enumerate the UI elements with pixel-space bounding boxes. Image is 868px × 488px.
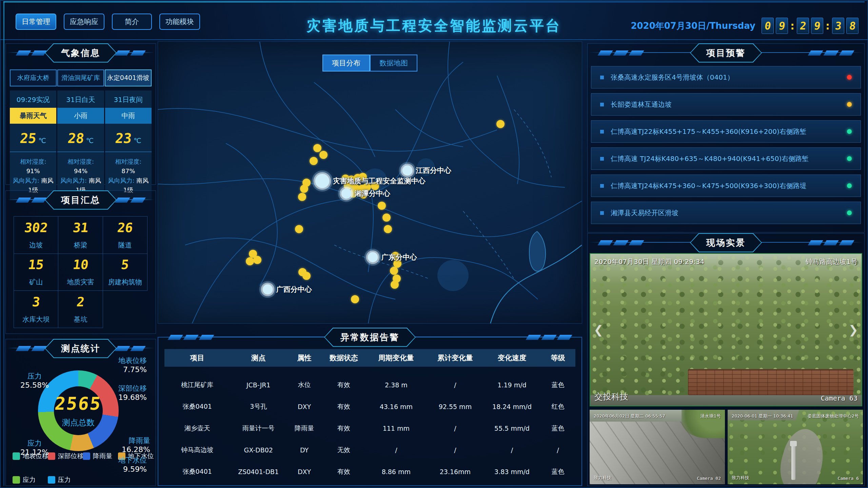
status-badge [847, 210, 852, 215]
marker-ring-icon [341, 188, 351, 199]
camera-name: 钟马路高边坡1号 [806, 257, 857, 266]
list-item[interactable]: 仁博高速 TJ24标K480+635～K480+940(K941+650)右侧路… [591, 147, 861, 170]
legend-item: 应力 [13, 475, 48, 484]
clock-digit: 2 [797, 18, 809, 34]
point-stats-panel: 测点统计 2565 测点总数 地表位移7.75% 压力25.58% 深部位移19… [5, 339, 156, 486]
header-decoration [809, 240, 853, 245]
project-dot[interactable] [300, 185, 308, 193]
weather-tab-huayoudong[interactable]: 滑油洞尾矿库 [57, 69, 104, 86]
abnormal-data-title: 异常数据告警 [325, 328, 415, 346]
date-label: 2020年07月30日/Thursday [631, 20, 755, 32]
list-item[interactable]: 湘潭县天易经开区滑坡 [591, 202, 861, 224]
map-tabs: 项目分布 数据地图 [322, 55, 417, 72]
warning-list: 张桑高速永定服务区4号滑坡体（0401） 长韶娄道林互通边坡 仁博高速TJ22标… [591, 66, 861, 229]
project-dot[interactable] [298, 193, 306, 201]
carousel-next-icon[interactable]: ❯ [849, 323, 859, 337]
project-summary-panel: 项目汇总 302边坡 31桥梁 26隧道 15矿山 10地质灾害 5房建构筑物 … [5, 190, 156, 334]
status-badge [847, 102, 852, 107]
table-row[interactable]: 湘乡壶天雨量计一号降雨量有效111 mm/55.5 mm/d蓝色 [164, 418, 575, 439]
weather-temp: 23℃ [105, 124, 152, 152]
center-label: 湘潭分中心 [355, 189, 390, 198]
project-dot[interactable] [302, 272, 311, 280]
marker-ring-icon [368, 252, 378, 262]
stat-slopes: 302边坡 [14, 216, 58, 254]
project-dot[interactable] [246, 257, 254, 265]
alert-table-body: 长韶娄道林互通边坡5号孔DXY有效10.12 mm15.975.46 mm/d橙… [164, 367, 575, 483]
callout-stress: 应力21.12% [16, 439, 53, 457]
table-row[interactable]: 桃江尾矿库JCB-JR1水位有效2.38 m/1.19 m/d蓝色 [164, 374, 575, 396]
status-badge [847, 183, 852, 188]
list-item[interactable]: 长韶娄道林互通边坡 [591, 93, 861, 116]
list-item[interactable]: 仁博高速TJ22标K455+175～K455+360(K916+200)右侧路堑 [591, 120, 861, 143]
weather-night: 31日夜间 中雨 23℃ 相对湿度: 87% 风向风力: 南风1级 [105, 90, 152, 200]
map-tab-project-distribution[interactable]: 项目分布 [322, 55, 370, 72]
live-view-panel: 现场实景 2020年07月30日 星期四 09:29:34 钟马路高边坡1号 交… [587, 233, 865, 486]
list-item[interactable]: 张桑高速永定服务区4号滑坡体（0401） [591, 66, 861, 88]
project-dot[interactable] [391, 281, 399, 289]
callout-deep-displacement: 深部位移19.68% [103, 384, 147, 402]
alert-table-header: 项目测点 属性数据状态 周期变化量累计变化量 变化速度等级 [164, 349, 575, 367]
center-marker[interactable]: 灾害地质与工程安全监测中心 [315, 174, 426, 188]
sub-camera-feed-2[interactable]: 2020-06-01 星期一 10:36:41 娄底固体废物处理中心2号 致力科… [728, 410, 863, 484]
weather-condition: 暴雨天气 [10, 108, 56, 124]
project-dot[interactable] [310, 157, 318, 165]
sub-camera-feed-1[interactable]: 2020年06月02日 星期二 06:55:57 清水塘1号 致力科技 Came… [590, 410, 725, 484]
center-marker[interactable]: 湘潭分中心 [341, 188, 390, 199]
stat-mines: 15矿山 [14, 253, 58, 291]
camera-timestamp: 2020年06月02日 星期二 06:55:57 [594, 413, 665, 419]
point-total-label: 测点总数 [62, 417, 95, 428]
project-dot[interactable] [384, 225, 392, 233]
project-map[interactable]: 项目分布 数据地图 江西分中心灾害地质与工程安全监测中心湘潭分中心广东分中心广西… [158, 41, 582, 324]
camera-id: Camera 6 [837, 476, 859, 481]
callout-groundwater: 地下水位9.59% [103, 456, 147, 474]
weather-tab-shuifumiao[interactable]: 水府庙大桥 [10, 69, 57, 86]
bullet-square-icon [600, 184, 604, 188]
stat-tunnels: 26隧道 [103, 216, 147, 254]
stat-dams: 3水库大坝 [14, 290, 58, 328]
bullet-square-icon [600, 103, 604, 106]
marker-ring-icon [263, 284, 273, 294]
project-dot[interactable] [319, 151, 328, 159]
project-dot[interactable] [378, 202, 386, 210]
table-row[interactable]: 张桑04013号孔DXY有效43.16 mm92.55 mm18.24 mm/d… [164, 396, 575, 418]
center-marker[interactable]: 广西分中心 [263, 284, 312, 294]
camera-brand: 致力科技 [732, 475, 749, 481]
project-dot[interactable] [313, 144, 321, 152]
camera-timestamp: 2020-06-01 星期一 10:36:41 [732, 413, 793, 419]
weather-tab-yongding[interactable]: 永定0401滑坡 [105, 69, 152, 86]
table-row[interactable]: 钟马高边坡GX-DB02DY无效//// [164, 439, 575, 461]
project-dot[interactable] [496, 120, 505, 128]
project-summary-grid: 302边坡 31桥梁 26隧道 15矿山 10地质灾害 5房建构筑物 3水库大坝… [14, 217, 147, 328]
center-marker[interactable]: 广东分中心 [368, 252, 417, 262]
abnormal-data-panel: 异常数据告警 项目测点 属性数据状态 周期变化量累计变化量 变化速度等级 长韶娄… [158, 328, 582, 486]
clock-digit: 9 [776, 18, 788, 34]
project-dot[interactable] [351, 295, 359, 303]
header-decoration [599, 50, 643, 56]
status-badge [847, 129, 852, 134]
project-warning-panel: 项目预警 张桑高速永定服务区4号滑坡体（0401） 长韶娄道林互通边坡 仁博高速… [587, 43, 865, 232]
camera-name: 清水塘1号 [701, 413, 721, 419]
clock-digit: 0 [762, 18, 774, 34]
stat-bridges: 31桥梁 [58, 216, 103, 254]
monitoring-pole [791, 446, 795, 480]
bullet-square-icon [600, 211, 604, 215]
weather-now: 09:29实况 暴雨天气 25℃ 相对湿度: 91% 风向风力: 南风1级 [10, 90, 56, 200]
carousel-prev-icon[interactable]: ❮ [594, 323, 604, 337]
project-dot[interactable] [253, 256, 261, 264]
digital-clock: 0 9 : 2 9 : 3 8 [762, 18, 859, 34]
clock-digit: 9 [811, 18, 823, 34]
project-dot[interactable] [390, 267, 398, 275]
project-dot[interactable] [382, 214, 391, 222]
clock-digit: 3 [832, 18, 844, 34]
project-dot[interactable] [295, 225, 303, 233]
list-item[interactable]: 仁博高速TJ24标K475+360～K475+500(K936+300)右侧路堤 [591, 175, 861, 197]
weather-condition: 小雨 [57, 108, 104, 124]
table-row[interactable]: 长韶娄道林互通边坡5号孔DXY有效10.12 mm15.975.46 mm/d橙… [164, 367, 575, 374]
camera-name: 娄底固体废物处理中心2号 [808, 413, 859, 419]
map-tab-data-map[interactable]: 数据地图 [370, 55, 417, 72]
weather-panel-header: 气象信息 [6, 44, 156, 62]
camera-brand: 交投科技 [594, 391, 628, 402]
table-row[interactable]: 张桑0401ZS0401-DB1DXY有效8.86 mm23.16mm3.83 … [164, 461, 575, 483]
weather-day: 31日白天 小雨 28℃ 相对湿度: 94% 风向风力: 南风1级 [57, 90, 104, 200]
header-decoration [599, 240, 643, 245]
